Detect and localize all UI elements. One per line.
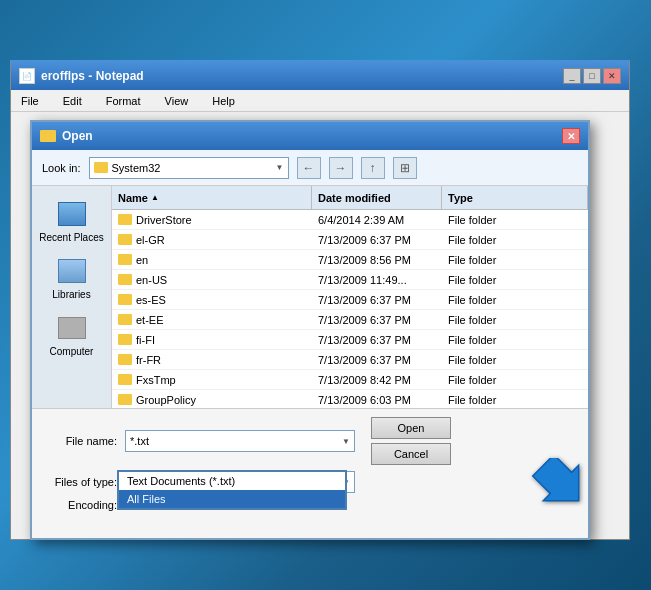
recent-places-icon (58, 202, 86, 226)
folder-icon (118, 274, 132, 285)
dialog-title: Open (62, 129, 93, 143)
table-row[interactable]: DriverStore 6/4/2014 2:39 AM File folder (112, 210, 588, 230)
blue-arrow-indicator (526, 458, 596, 530)
file-name-dropdown-icon: ▼ (342, 437, 350, 446)
svg-marker-1 (526, 458, 596, 518)
sidebar-label-recent-places: Recent Places (39, 232, 103, 243)
dropdown-item-all[interactable]: All Files (119, 490, 345, 508)
file-cell-date: 7/13/2009 6:03 PM (312, 394, 442, 406)
folder-icon (118, 234, 132, 245)
file-name-input[interactable]: *.txt ▼ (125, 430, 355, 452)
folder-icon (118, 394, 132, 405)
folder-icon (118, 334, 132, 345)
table-row[interactable]: FxsTmp 7/13/2009 8:42 PM File folder (112, 370, 588, 390)
close-button[interactable]: ✕ (603, 68, 621, 84)
file-cell-name: DriverStore (112, 214, 312, 226)
file-cell-name: fr-FR (112, 354, 312, 366)
dialog-toolbar: Look in: System32 ▼ ← → ↑ ⊞ (32, 150, 588, 186)
libraries-icon (58, 259, 86, 283)
col-header-type[interactable]: Type (442, 186, 588, 209)
look-in-combo[interactable]: System32 ▼ (89, 157, 289, 179)
file-cell-type: File folder (442, 274, 588, 286)
file-cell-name: FxsTmp (112, 374, 312, 386)
new-folder-button[interactable]: ⊞ (393, 157, 417, 179)
computer-icon (58, 317, 86, 339)
table-row[interactable]: et-EE 7/13/2009 6:37 PM File folder (112, 310, 588, 330)
sidebar-label-computer: Computer (50, 346, 94, 357)
table-row[interactable]: en 7/13/2009 8:56 PM File folder (112, 250, 588, 270)
file-cell-name: es-ES (112, 294, 312, 306)
sidebar-label-libraries: Libraries (52, 289, 90, 300)
file-list-header: Name ▲ Date modified Type (112, 186, 588, 210)
look-in-folder-icon (94, 162, 108, 173)
menu-file[interactable]: File (15, 93, 45, 109)
file-cell-type: File folder (442, 374, 588, 386)
menu-format[interactable]: Format (100, 93, 147, 109)
sidebar-item-recent-places[interactable]: Recent Places (36, 194, 107, 247)
file-cell-name: fi-FI (112, 334, 312, 346)
file-cell-type: File folder (442, 334, 588, 346)
col-header-date[interactable]: Date modified (312, 186, 442, 209)
window-controls: _ □ ✕ (563, 68, 621, 84)
file-cell-date: 7/13/2009 6:37 PM (312, 314, 442, 326)
menu-edit[interactable]: Edit (57, 93, 88, 109)
table-row[interactable]: fi-FI 7/13/2009 6:37 PM File folder (112, 330, 588, 350)
dialog-buttons: Open Cancel (371, 417, 451, 465)
file-cell-type: File folder (442, 354, 588, 366)
file-cell-name: GroupPolicy (112, 394, 312, 406)
file-cell-type: File folder (442, 294, 588, 306)
look-in-arrow-icon: ▼ (276, 163, 284, 172)
cancel-button[interactable]: Cancel (371, 443, 451, 465)
col-header-name[interactable]: Name ▲ (112, 186, 312, 209)
notepad-titlebar: 📄 erofflps - Notepad _ □ ✕ (11, 62, 629, 90)
sort-arrow-icon: ▲ (151, 193, 159, 202)
file-cell-name: en (112, 254, 312, 266)
folder-icon (118, 354, 132, 365)
maximize-button[interactable]: □ (583, 68, 601, 84)
menu-view[interactable]: View (159, 93, 195, 109)
folder-icon (118, 374, 132, 385)
file-cell-type: File folder (442, 394, 588, 406)
nav-forward-button[interactable]: → (329, 157, 353, 179)
file-cell-date: 7/13/2009 6:37 PM (312, 354, 442, 366)
file-cell-date: 7/13/2009 8:56 PM (312, 254, 442, 266)
dialog-folder-icon (40, 130, 56, 142)
file-type-dropdown[interactable]: Text Documents (*.txt) All Files (117, 470, 347, 510)
file-cell-date: 7/13/2009 8:42 PM (312, 374, 442, 386)
file-cell-name: el-GR (112, 234, 312, 246)
file-name-label: File name: (42, 435, 117, 447)
folder-icon (118, 314, 132, 325)
file-name-row: File name: *.txt ▼ Open Cancel (42, 417, 578, 465)
dialog-close-button[interactable]: ✕ (562, 128, 580, 144)
dialog-titlebar: Open ✕ (32, 122, 588, 150)
file-cell-date: 7/13/2009 6:37 PM (312, 334, 442, 346)
file-cell-date: 6/4/2014 2:39 AM (312, 214, 442, 226)
file-cell-name: et-EE (112, 314, 312, 326)
menu-help[interactable]: Help (206, 93, 241, 109)
dropdown-item-txt[interactable]: Text Documents (*.txt) (119, 472, 345, 490)
table-row[interactable]: el-GR 7/13/2009 6:37 PM File folder (112, 230, 588, 250)
look-in-value: System32 (112, 162, 161, 174)
nav-up-button[interactable]: ↑ (361, 157, 385, 179)
table-row[interactable]: fr-FR 7/13/2009 6:37 PM File folder (112, 350, 588, 370)
file-cell-date: 7/13/2009 6:37 PM (312, 294, 442, 306)
open-dialog: Open ✕ Look in: System32 ▼ ← → ↑ ⊞ Recen… (30, 120, 590, 540)
notepad-icon: 📄 (19, 68, 35, 84)
folder-icon (118, 294, 132, 305)
minimize-button[interactable]: _ (563, 68, 581, 84)
table-row[interactable]: GroupPolicy 7/13/2009 6:03 PM File folde… (112, 390, 588, 410)
dialog-bottom: File name: *.txt ▼ Open Cancel Files of … (32, 408, 588, 538)
sidebar-item-libraries[interactable]: Libraries (36, 251, 107, 304)
open-button[interactable]: Open (371, 417, 451, 439)
file-cell-type: File folder (442, 314, 588, 326)
nav-back-button[interactable]: ← (297, 157, 321, 179)
encoding-label: Encoding: (42, 499, 117, 511)
table-row[interactable]: en-US 7/13/2009 11:49... File folder (112, 270, 588, 290)
file-name-value: *.txt (130, 435, 149, 447)
notepad-title: erofflps - Notepad (41, 69, 144, 83)
folder-icon (118, 254, 132, 265)
sidebar-item-computer[interactable]: Computer (36, 308, 107, 361)
file-cell-type: File folder (442, 214, 588, 226)
look-in-label: Look in: (42, 162, 81, 174)
table-row[interactable]: es-ES 7/13/2009 6:37 PM File folder (112, 290, 588, 310)
